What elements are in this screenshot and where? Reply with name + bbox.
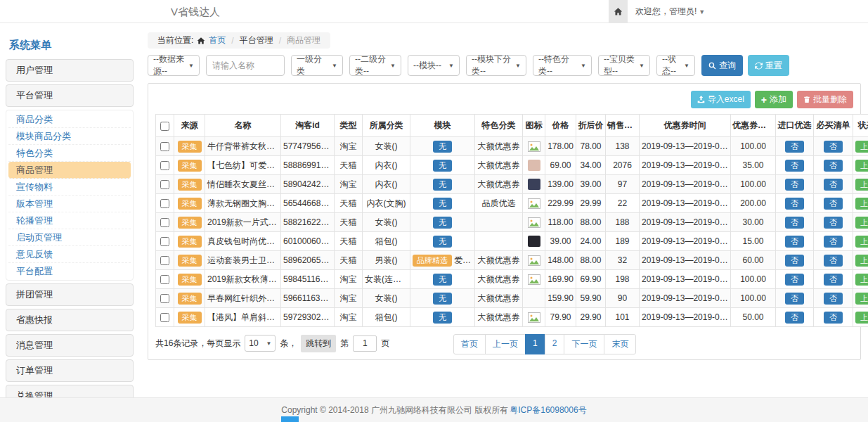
row-checkbox[interactable] [160,256,169,265]
per-page-select[interactable]: 10 ▼ [245,335,276,352]
product-name-cell: 【港风】单肩斜跨链条... [205,308,281,327]
status-badge[interactable]: 上架 [855,198,868,210]
row-checkbox[interactable] [160,294,169,303]
status-badge[interactable]: 上架 [855,236,868,248]
filter-select-5[interactable]: --特色分类--▼ [533,55,592,76]
import-select-toggle[interactable]: 否 [785,179,804,191]
must-buy-toggle[interactable]: 否 [824,141,843,153]
must-buy-toggle[interactable]: 否 [824,179,843,191]
sidebar-submenu-item[interactable]: 商品分类 [8,111,131,128]
page-button[interactable]: 上一页 [485,334,526,354]
home-button[interactable] [609,0,628,23]
batch-delete-label: 批量删除 [813,94,847,106]
row-checkbox[interactable] [160,199,169,208]
status-badge[interactable]: 上架 [855,274,868,286]
search-button[interactable]: 查询 [701,55,743,76]
sidebar-menu-item[interactable]: 消息管理 [6,334,134,357]
row-checkbox-cell [156,194,174,213]
sidebar-submenu-item[interactable]: 模块商品分类 [8,128,131,145]
icon-cell [523,175,545,194]
row-checkbox-cell [156,137,174,156]
sidebar-submenu-item[interactable]: 启动页管理 [8,229,131,246]
batch-delete-button[interactable]: 批量删除 [797,91,853,108]
page-button[interactable]: 末页 [604,334,636,354]
sidebar-submenu-item[interactable]: 宣传物料 [8,179,131,196]
status-badge[interactable]: 上架 [855,217,868,229]
status-badge[interactable]: 上架 [855,179,868,191]
select-all-checkbox[interactable] [160,122,169,131]
sidebar-menu-item[interactable]: 拼团管理 [6,283,134,306]
import-select-toggle[interactable]: 否 [785,217,804,229]
sidebar-menu-item[interactable]: 省惠快报 [6,309,134,331]
icp-link[interactable]: 粤ICP备16098006号 [510,404,586,416]
status-badge[interactable]: 上架 [855,255,868,267]
row-checkbox[interactable] [160,180,169,189]
filter-select-4[interactable]: --模块下分类--▼ [466,55,526,76]
sidebar-item-active[interactable]: 商品管理 [8,162,131,179]
status-badge[interactable]: 上架 [855,312,868,324]
row-checkbox[interactable] [160,161,169,170]
module-extra-text: 爱上运动 [454,255,475,265]
status-badge[interactable]: 上架 [855,160,868,172]
must-buy-toggle[interactable]: 否 [824,293,843,305]
plus-icon: + [761,95,767,105]
status-badge[interactable]: 上架 [855,293,868,305]
sidebar-menu-item[interactable]: 平台管理 [6,84,134,107]
import-excel-button[interactable]: 导入excel [691,91,751,108]
row-checkbox[interactable] [160,142,169,151]
sidebar-submenu-item[interactable]: 版本管理 [8,196,131,212]
filter-select-2[interactable]: --二级分类--▼ [349,55,401,76]
row-checkbox[interactable] [160,218,169,227]
row-checkbox[interactable] [160,237,169,246]
row-checkbox[interactable] [160,313,169,322]
must-buy-toggle[interactable]: 否 [824,236,843,248]
jump-button[interactable]: 跳转到 [301,335,336,352]
import-select-toggle[interactable]: 否 [785,236,804,248]
coupon-amount-cell: 100.00 [731,175,776,194]
page-button[interactable]: 2 [545,334,565,354]
filter-select-label: --模块-- [413,60,441,72]
broken-image-icon [528,312,540,323]
jump-suffix: 页 [381,338,389,350]
breadcrumb-item: 平台管理 [240,34,273,46]
page-button[interactable]: 1 [525,334,545,354]
add-button[interactable]: + 添加 [755,91,793,108]
import-select-toggle[interactable]: 否 [785,141,804,153]
sidebar-submenu-item[interactable]: 平台配置 [8,263,131,279]
sidebar-submenu-item[interactable]: 轮播管理 [8,212,131,229]
user-dropdown[interactable]: 欢迎您，管理员!▼ [635,0,705,23]
coupon-amount-cell: 200.00 [731,194,776,213]
import-select-toggle[interactable]: 否 [785,160,804,172]
import-select-toggle[interactable]: 否 [785,312,804,324]
page-number-input[interactable] [353,335,377,352]
reset-button[interactable]: 重置 [748,55,789,76]
must-buy-toggle[interactable]: 否 [824,255,843,267]
coupon-time-cell: 2019-09-13—2019-09-20 [640,232,731,251]
page-button[interactable]: 下一页 [564,334,604,354]
row-checkbox[interactable] [160,275,169,284]
must-buy-toggle[interactable]: 否 [824,160,843,172]
category-cell: 内衣() [363,175,410,194]
sidebar-submenu-item[interactable]: 意见反馈 [8,246,131,263]
import-select-toggle[interactable]: 否 [785,255,804,267]
filter-select-7[interactable]: --状态--▼ [656,55,695,76]
must-buy-toggle[interactable]: 否 [824,198,843,210]
sidebar-menu-item[interactable]: 用户管理 [6,59,134,82]
table-row: 采集早春网红针织外套女春...596611634525淘宝女装()无大额优惠券1… [156,289,868,308]
sidebar-menu-item[interactable]: 订单管理 [6,359,134,382]
name-search-input[interactable] [206,55,285,76]
page-button[interactable]: 首页 [453,334,486,354]
import-select-toggle[interactable]: 否 [785,293,804,305]
import-select-toggle[interactable]: 否 [785,198,804,210]
filter-select-6[interactable]: --宝贝类型--▼ [598,55,650,76]
filter-select-0[interactable]: --数据来源--▼ [148,55,200,76]
status-badge[interactable]: 上架 [855,141,868,153]
filter-select-3[interactable]: --模块--▼ [408,55,460,76]
must-buy-toggle[interactable]: 否 [824,274,843,286]
import-select-toggle[interactable]: 否 [785,274,804,286]
must-buy-toggle[interactable]: 否 [824,217,843,229]
must-buy-toggle[interactable]: 否 [824,312,843,324]
sidebar-submenu-item[interactable]: 特色分类 [8,145,131,162]
breadcrumb-home-link[interactable]: 首页 [209,34,226,46]
filter-select-1[interactable]: 一级分类▼ [291,55,343,76]
